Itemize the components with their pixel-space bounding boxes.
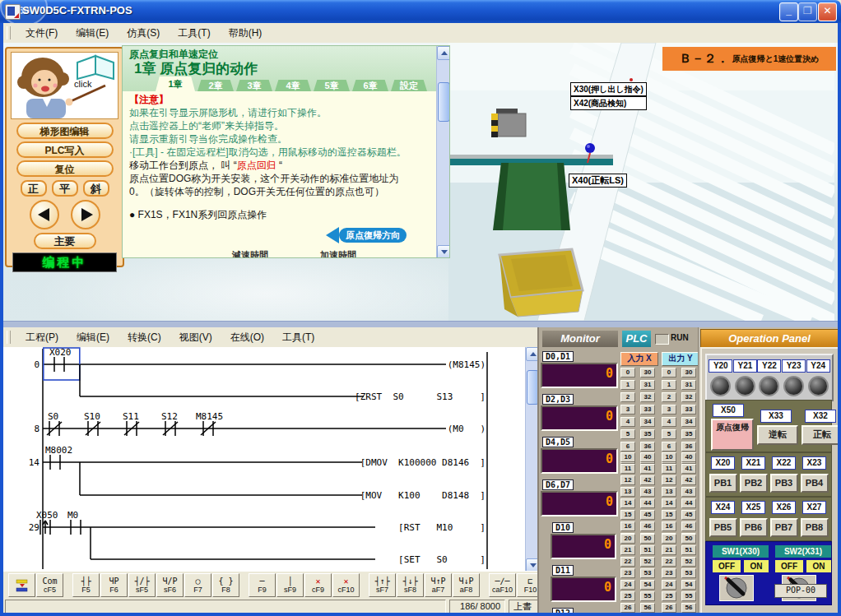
plc-x-cell[interactable]: 10 — [620, 452, 635, 462]
tab-chapter-5[interactable]: 5章 — [314, 80, 350, 91]
scrollbar-thumb[interactable] — [438, 82, 450, 122]
plc-x-cell[interactable]: 53 — [640, 568, 655, 578]
toolbar-button[interactable]: ○ F7 — [184, 573, 211, 597]
menu-item[interactable]: 编辑(E) — [67, 328, 118, 347]
mode-button[interactable]: 平 — [52, 180, 78, 197]
scroll-down-icon[interactable] — [437, 245, 450, 258]
menu-item[interactable]: 文件(F) — [16, 24, 67, 43]
plc-x-cell[interactable]: 43 — [640, 487, 655, 497]
plc-x-cell[interactable]: 5 — [620, 429, 635, 439]
tab-chapter-2[interactable]: 2章 — [197, 80, 234, 91]
menu-item[interactable]: 工具(T) — [169, 24, 219, 43]
toolbar-button[interactable]: Ч↑Р aF7 — [425, 573, 452, 597]
tab-chapter-1[interactable]: 1章 — [156, 76, 195, 91]
toolbar-button[interactable]: { } F8 — [212, 573, 239, 597]
toolbar-button[interactable]: ┤↑├ sF7 — [369, 573, 396, 597]
plc-x-cell[interactable]: 31 — [640, 380, 655, 390]
toolbar-button[interactable]: ✕ cF9 — [304, 573, 332, 597]
plc-x-cell[interactable]: 50 — [640, 534, 655, 544]
toolbar-button[interactable]: ✕ cF10 — [332, 573, 360, 597]
plc-x-cell[interactable]: 52 — [640, 557, 655, 567]
plc-x-cell[interactable]: 34 — [640, 417, 655, 427]
remote-button[interactable]: 梯形图编辑 — [16, 123, 114, 139]
menu-item[interactable]: 在线(O) — [221, 328, 273, 347]
remote-button[interactable]: PLC写入 — [16, 141, 114, 158]
pushbutton[interactable]: PB5 — [709, 518, 737, 537]
close-button[interactable]: ✕ — [818, 2, 837, 21]
toolbar-button[interactable]: Ч/Р sF6 — [156, 573, 184, 597]
pushbutton[interactable]: PB7 — [770, 518, 798, 537]
menu-item[interactable]: 转换(C) — [118, 328, 170, 347]
plc-x-cell[interactable]: 55 — [640, 591, 655, 601]
plc-x-cell[interactable]: 2 — [620, 392, 635, 402]
toolbar-button[interactable]: ┤├ F5 — [72, 573, 100, 597]
plc-x-cell[interactable]: 35 — [640, 429, 655, 439]
mode-button[interactable]: 斜 — [83, 180, 109, 197]
plc-x-cell[interactable]: 0 — [620, 368, 635, 377]
pushbutton[interactable]: PB1 — [709, 474, 737, 493]
plc-x-cell[interactable]: 24 — [620, 580, 635, 590]
plc-x-cell[interactable]: 21 — [620, 545, 635, 555]
plc-x-cell[interactable]: 23 — [620, 568, 635, 578]
pushbutton[interactable]: PB8 — [801, 518, 829, 537]
plc-x-cell[interactable]: 51 — [640, 545, 655, 555]
ladder-scrollbar[interactable] — [525, 347, 538, 571]
remote-button[interactable]: 复位 — [16, 160, 114, 177]
origin-return-button[interactable]: 原点復帰 — [711, 419, 754, 451]
pushbutton[interactable]: PB6 — [740, 518, 768, 537]
plc-x-cell[interactable]: 22 — [620, 557, 635, 567]
maximize-button[interactable]: ❐ — [798, 2, 817, 21]
menu-item[interactable]: 编辑(E) — [67, 24, 118, 43]
toolbar-button[interactable]: ЧР F6 — [100, 573, 128, 597]
plc-x-cell[interactable]: 45 — [640, 510, 655, 520]
plc-x-cell[interactable]: 11 — [620, 464, 635, 474]
plc-x-cell[interactable]: 14 — [620, 498, 635, 508]
minimize-button[interactable]: _ — [779, 2, 798, 21]
ladder-canvas[interactable]: 0 X020 (M8145) [ZRST S0 S13 ] 8 — [3, 347, 525, 571]
tab-chapter-3[interactable]: 3章 — [236, 80, 272, 91]
plc-x-cell[interactable]: 44 — [640, 498, 655, 508]
pushbutton[interactable]: PB4 — [801, 474, 829, 493]
tab-chapter-4[interactable]: 4章 — [275, 80, 311, 91]
plc-x-cell[interactable]: 26 — [620, 603, 635, 613]
toolbar-button[interactable]: Com cF5 — [36, 573, 63, 597]
toolbar-button[interactable]: ┤↓├ sF8 — [397, 573, 424, 597]
plc-x-cell[interactable]: 42 — [640, 475, 655, 485]
plc-x-cell[interactable]: 3 — [620, 405, 635, 415]
plc-x-cell[interactable]: 4 — [620, 417, 635, 427]
prev-button[interactable] — [30, 200, 59, 229]
plc-x-cell[interactable]: 32 — [640, 392, 655, 402]
main-button[interactable]: 主要 — [34, 233, 96, 249]
plc-x-cell[interactable]: 20 — [620, 534, 635, 544]
forward-button[interactable]: 正転 — [802, 425, 841, 445]
mode-button[interactable]: 正 — [21, 180, 47, 197]
plc-x-cell[interactable]: 16 — [620, 521, 635, 531]
tutorial-scrollbar[interactable] — [436, 46, 450, 257]
plc-x-cell[interactable]: 12 — [620, 475, 635, 485]
plc-x-cell[interactable]: 30 — [640, 368, 655, 377]
sw1-rotary-switch[interactable] — [719, 575, 754, 601]
pushbutton[interactable]: PB2 — [740, 474, 768, 493]
plc-x-cell[interactable]: 15 — [620, 510, 635, 520]
toolbar-button[interactable]: ─ F9 — [249, 573, 276, 597]
menu-item[interactable]: 工具(T) — [273, 328, 323, 347]
scroll-up-icon[interactable] — [437, 46, 450, 60]
plc-x-cell[interactable]: 6 — [620, 442, 635, 452]
ladder-symbol-icon-button[interactable] — [8, 573, 35, 597]
menu-item[interactable]: 帮助(H) — [220, 24, 272, 43]
plc-x-cell[interactable]: 1 — [620, 380, 635, 390]
plc-x-cell[interactable]: 40 — [640, 452, 655, 462]
next-button[interactable] — [71, 200, 100, 229]
menu-item[interactable]: 工程(P) — [16, 328, 67, 347]
plc-x-cell[interactable]: 33 — [640, 405, 655, 415]
teacher-illustration[interactable]: click — [11, 52, 118, 119]
plc-x-cell[interactable]: 54 — [640, 580, 655, 590]
toolbar-button[interactable]: ┤/├ sF5 — [128, 573, 156, 597]
plc-x-cell[interactable]: 41 — [640, 464, 655, 474]
toolbar-button[interactable]: Ч↓Р aF8 — [453, 573, 480, 597]
toolbar-button[interactable]: ─∕─ caF10 — [489, 573, 516, 597]
plc-x-cell[interactable]: 13 — [620, 487, 635, 497]
toolbar-button[interactable]: │ sF9 — [276, 573, 304, 597]
menu-item[interactable]: 视图(V) — [170, 328, 221, 347]
menu-item[interactable]: 仿真(S) — [118, 24, 169, 43]
